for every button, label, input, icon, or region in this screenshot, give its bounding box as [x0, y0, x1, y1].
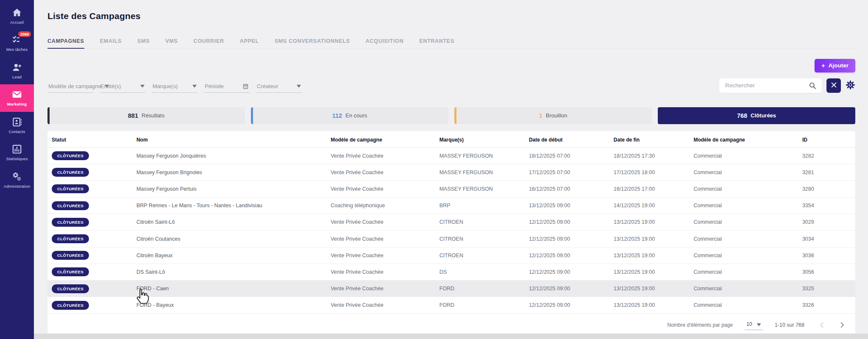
status-card-resultats[interactable]: 881 Résultats — [47, 107, 245, 124]
status-card-brouillon[interactable]: 1 Brouillon — [454, 107, 652, 124]
chevron-down-icon — [297, 85, 301, 88]
per-page-value: 10 — [746, 321, 752, 327]
cell-model2: Commercial — [693, 269, 802, 275]
status-cards: 881 Résultats 112 En cours 1 Brouillon 7… — [47, 107, 855, 124]
card-accent-bar — [454, 107, 456, 124]
table-row[interactable]: CLÔTURÉES FORD - Caen Vente Privée Coach… — [47, 281, 855, 297]
cell-id: 3029 — [802, 219, 851, 225]
cell-name: FORD - Bayeux — [136, 302, 331, 308]
cell-model: Vente Privée Coachée — [331, 186, 439, 192]
filter-dropdown-modele-de-campagne[interactable]: Modèle de campagne — [47, 83, 93, 93]
cell-end-date: 13/12/2025 19:00 — [614, 253, 694, 258]
per-page-select[interactable]: 10 — [745, 320, 763, 330]
status-card-cloturees[interactable]: 768 Clôturées — [658, 107, 855, 124]
cell-end-date: 16/12/2025 17:00 — [614, 186, 694, 192]
campaigns-table: Statut Nom Modèle de campagne Marque(s) … — [47, 131, 855, 338]
search-box — [719, 78, 822, 93]
table-row[interactable]: CLÔTURÉES BRP Rennes - Le Mans - Tours -… — [47, 197, 855, 214]
search-icon — [808, 81, 817, 92]
cell-end-date: 13/12/2025 19:00 — [614, 302, 694, 308]
cell-model: Vente Privée Coachée — [331, 302, 439, 308]
table-row[interactable]: CLÔTURÉES Citroën Coutances Vente Privée… — [47, 231, 855, 247]
cell-model2: Commercial — [693, 219, 802, 225]
chevron-down-icon — [192, 85, 197, 88]
page-range: 1-10 sur 768 — [775, 322, 804, 328]
sidebar-item-accueil[interactable]: Accueil — [0, 3, 34, 30]
table-row[interactable]: CLÔTURÉES Massey Ferguson Pertuis Vente … — [47, 181, 855, 197]
sidebar-item-marketing[interactable]: Marketing — [0, 84, 34, 111]
table-row[interactable]: CLÔTURÉES DS Saint-Lô Vente Privée Coach… — [47, 264, 855, 281]
cell-brands: MASSEY FERGUSON — [440, 170, 529, 175]
column-header: Modèle de campagne — [331, 137, 439, 143]
prev-page-button[interactable] — [818, 321, 826, 329]
cell-name: FORD - Caen — [136, 286, 331, 292]
card-label: Résultats — [142, 112, 164, 119]
sidebar-item-administration[interactable]: Administration — [0, 167, 34, 194]
status-badge: CLÔTURÉES — [52, 168, 89, 177]
sidebar-item-mes-taches[interactable]: 2068 Mes tâches — [0, 30, 34, 57]
table-row[interactable]: CLÔTURÉES Citroën Saint-Lô Vente Privée … — [47, 214, 855, 231]
cell-model2: Commercial — [693, 170, 802, 175]
table-row[interactable]: CLÔTURÉES Massey Ferguson Jonquières Ven… — [47, 148, 855, 164]
cell-model: Vente Privée Coachée — [331, 269, 439, 275]
clear-search-button[interactable] — [826, 78, 841, 93]
search-input[interactable] — [719, 78, 822, 93]
sidebar-item-label: Administration — [4, 184, 31, 189]
tab-vms[interactable]: VMS — [165, 38, 178, 48]
cell-name: DS Saint-Lô — [136, 269, 331, 275]
table-body: CLÔTURÉES Massey Ferguson Jonquières Ven… — [47, 148, 855, 314]
cell-start-date: 12/12/2025 09:00 — [529, 253, 614, 258]
sidebar-item-contacts[interactable]: Contacts — [0, 112, 34, 139]
cell-id: 3326 — [802, 302, 851, 308]
status-badge: CLÔTURÉES — [52, 201, 89, 210]
tab-courrier[interactable]: COURRIER — [193, 38, 224, 48]
tab-acquisition[interactable]: ACQUISITION — [366, 38, 404, 48]
cell-id: 3281 — [802, 170, 851, 175]
card-accent-bar — [47, 107, 50, 124]
lead-icon — [11, 62, 22, 73]
cell-model2: Commercial — [693, 186, 802, 192]
status-badge: CLÔTURÉES — [52, 234, 89, 243]
tab-appel[interactable]: APPEL — [240, 38, 259, 48]
sidebar-item-label: Contacts — [8, 130, 25, 134]
sidebar-item-lead[interactable]: Lead — [0, 57, 34, 84]
gear-icon — [846, 80, 855, 91]
cell-name: Massey Ferguson Pertuis — [136, 186, 331, 192]
tab-sms[interactable]: SMS — [137, 38, 150, 48]
envelope-icon — [11, 89, 22, 100]
filter-dropdown-createur[interactable]: Créateur — [256, 83, 302, 93]
tab-campagnes[interactable]: CAMPAGNES — [47, 38, 84, 49]
cell-id: 3325 — [802, 286, 851, 292]
tab-entrantes[interactable]: ENTRANTES — [419, 38, 454, 48]
tab-emails[interactable]: EMAILS — [100, 38, 122, 48]
sidebar-item-statistiques[interactable]: Statistiques — [0, 139, 34, 166]
cell-id: 3354 — [802, 203, 851, 208]
add-button-label: Ajouter — [829, 62, 849, 69]
filter-label: Marque(s) — [153, 83, 178, 89]
cell-name: Massey Ferguson Jonquières — [136, 153, 331, 159]
tab-sms-conversationnels[interactable]: SMS CONVERSATIONNELS — [275, 38, 350, 48]
stats-icon — [11, 144, 22, 155]
filter-dropdown-marque-s[interactable]: Marque(s) — [152, 83, 198, 93]
app-window: Accueil 2068 Mes tâches Lead Marketing C… — [0, 0, 868, 339]
filter-dropdown-entite-s[interactable]: Entité(s) — [100, 83, 145, 93]
close-icon — [831, 82, 837, 89]
sidebar-item-label: Lead — [12, 75, 22, 79]
status-card-en-cours[interactable]: 112 En cours — [251, 107, 448, 124]
status-badge: CLÔTURÉES — [52, 251, 89, 260]
table-row[interactable]: CLÔTURÉES FORD - Bayeux Vente Privée Coa… — [47, 297, 855, 314]
sidebar-item-label: Statistiques — [6, 157, 28, 161]
table-row[interactable]: CLÔTURÉES Massey Ferguson Brignoles Vent… — [47, 164, 855, 181]
status-badge: CLÔTURÉES — [52, 151, 89, 160]
table-row[interactable]: CLÔTURÉES Citroën Bayeux Vente Privée Co… — [47, 247, 855, 264]
plus-icon: + — [821, 62, 825, 69]
next-page-button[interactable] — [838, 321, 846, 329]
add-button[interactable]: + Ajouter — [815, 59, 855, 72]
cell-model: Vente Privée Coachée — [331, 253, 439, 258]
cell-name: BRP Rennes - Le Mans - Tours - Nantes - … — [136, 203, 331, 208]
filter-dropdown-periode[interactable]: Période — [204, 83, 250, 93]
column-header: Nom — [136, 137, 331, 143]
cell-start-date: 16/12/2025 07:00 — [529, 186, 614, 192]
settings-button[interactable] — [846, 80, 855, 91]
filter-label: Période — [205, 83, 224, 89]
